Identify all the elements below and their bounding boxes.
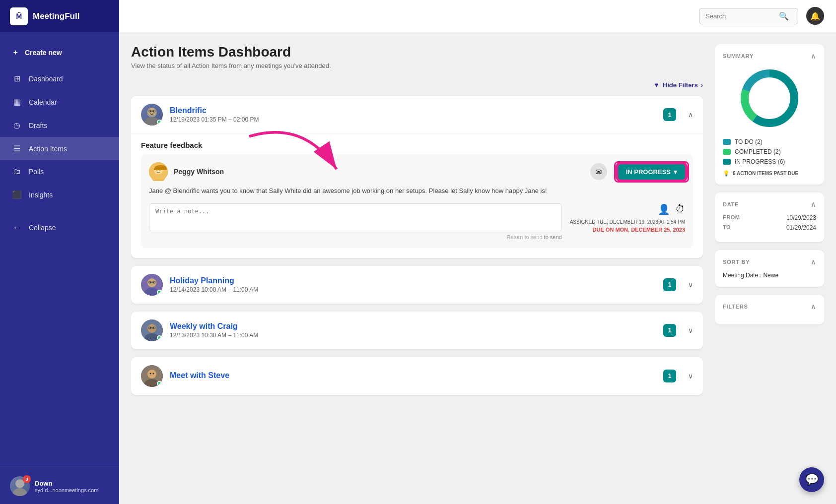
meeting-name-holiday: Holiday Planning <box>170 276 656 285</box>
dashboard-icon: ⊞ <box>12 74 22 83</box>
collapse-icon: ← <box>12 223 22 232</box>
meeting-badge-craig: 1 <box>663 324 676 337</box>
meeting-name-blendrific: Blendrific <box>170 106 656 115</box>
meeting-toggle-steve[interactable]: ∨ <box>688 372 693 380</box>
action-person-avatar-peggy <box>149 162 168 181</box>
filters-panel: FILTERS ∧ <box>715 295 824 324</box>
sidebar-item-collapse[interactable]: ← Collapse <box>0 216 119 239</box>
due-date: DUE ON MON, DECEMBER 25, 2023 <box>593 227 685 233</box>
legend-dot-todo <box>723 139 731 145</box>
filters-chevron[interactable]: ∧ <box>811 303 816 311</box>
sidebar-item-drafts[interactable]: ◷ Drafts <box>0 114 119 137</box>
plus-icon: ＋ <box>12 48 19 57</box>
meeting-body-blendrific: Feature feedback <box>131 133 703 258</box>
search-box[interactable]: 🔍 <box>699 8 798 24</box>
svg-point-5 <box>150 111 151 112</box>
sidebar-item-action-items[interactable]: ☰ Action Items <box>0 137 119 160</box>
action-item-body-peggy: Jane @ Blendrific wants you to know that… <box>149 186 685 196</box>
meeting-toggle-blendrific[interactable]: ∧ <box>688 111 693 119</box>
right-panel: SUMMARY ∧ <box>715 44 824 504</box>
email-icon[interactable]: ✉ <box>590 163 607 180</box>
past-due: 💡 6 ACTION ITEMS PAST DUE <box>723 170 816 177</box>
topbar: 🔍 🔔 <box>119 0 836 32</box>
action-meta: 👤 ⏱ ASSIGNED TUE, DECEMBER 19, 2023 AT 1… <box>570 203 685 233</box>
meeting-avatar-steve <box>141 365 163 387</box>
from-label: FROM <box>723 214 740 221</box>
sort-by-panel: SORT BY ∧ Meeting Date : Newe <box>715 250 824 287</box>
filter-icon: ▼ <box>653 81 660 89</box>
meeting-badge-steve: 1 <box>663 370 676 382</box>
user-email: syd.d...noonmeetings.com <box>35 487 98 493</box>
feed: Action Items Dashboard View the status o… <box>131 44 703 504</box>
polls-icon: 🗂 <box>12 167 22 176</box>
to-value: 01/29/2024 <box>786 224 816 231</box>
hide-filters-button[interactable]: ▼ Hide Filters › <box>653 81 703 89</box>
svg-point-18 <box>150 281 151 283</box>
meeting-header-craig[interactable]: Weekly with Craig 12/13/2023 10:30 AM – … <box>131 312 703 349</box>
section-label-blendrific: Feature feedback <box>141 134 693 154</box>
summary-chevron[interactable]: ∧ <box>811 52 816 60</box>
timer-icon[interactable]: ⏱ <box>675 203 685 215</box>
action-person-name-peggy: Peggy Whitson <box>174 168 224 176</box>
insights-icon: ⬛ <box>12 190 22 199</box>
lightbulb-icon: 💡 <box>723 170 730 177</box>
from-value: 10/29/2023 <box>786 214 816 221</box>
action-item-footer-peggy: Return to send to send 👤 ⏱ ASSIGNED TUE,… <box>149 203 685 240</box>
sidebar-item-dashboard[interactable]: ⊞ Dashboard <box>0 67 119 90</box>
meeting-header-holiday[interactable]: Holiday Planning 12/14/2023 10:00 AM – 1… <box>131 266 703 304</box>
status-button-in-progress[interactable]: IN PROGRESS ▾ <box>618 164 685 180</box>
meeting-badge-holiday: 1 <box>663 278 676 291</box>
return-to-send: Return to send to send <box>149 234 562 240</box>
meeting-info-steve: Meet with Steve <box>170 371 656 381</box>
meeting-name-craig: Weekly with Craig <box>170 322 656 331</box>
sidebar-item-calendar[interactable]: ▦ Calendar <box>0 90 119 114</box>
meeting-header-steve[interactable]: Meet with Steve 1 ∨ <box>131 357 703 395</box>
note-input[interactable] <box>149 203 562 231</box>
sort-chevron[interactable]: ∧ <box>811 258 816 266</box>
page-title: Action Items Dashboard <box>131 44 703 60</box>
meeting-badge-blendrific: 1 <box>663 108 676 121</box>
search-icon: 🔍 <box>779 11 789 21</box>
sidebar-item-polls[interactable]: 🗂 Polls <box>0 160 119 183</box>
sidebar-item-insights[interactable]: ⬛ Insights <box>0 183 119 206</box>
summary-header: SUMMARY ∧ <box>723 52 816 60</box>
action-item-peggy: Peggy Whitson ✉ IN PROGRESS ▾ <box>141 154 693 248</box>
svg-point-34 <box>150 373 151 374</box>
meeting-card-holiday: Holiday Planning 12/14/2023 10:00 AM – 1… <box>131 266 703 304</box>
meeting-header-blendrific[interactable]: Blendrific 12/19/2023 01:35 PM – 02:00 P… <box>131 96 703 133</box>
sidebar: M̈ MeetingFull ＋ Create new ⊞ Dashboard … <box>0 0 119 504</box>
meeting-avatar-holiday <box>141 274 163 296</box>
date-to-row: TO 01/29/2024 <box>723 224 816 231</box>
meeting-name-steve: Meet with Steve <box>170 371 656 380</box>
meeting-card-craig: Weekly with Craig 12/13/2023 10:30 AM – … <box>131 312 703 349</box>
notification-bell[interactable]: 🔔 <box>806 7 824 25</box>
legend-dot-in-progress <box>723 159 731 165</box>
assign-icon[interactable]: 👤 <box>658 203 670 215</box>
calendar-icon: ▦ <box>12 97 22 107</box>
app-name: MeetingFull <box>33 11 79 21</box>
chat-fab[interactable]: 💬 <box>799 467 824 492</box>
summary-panel: SUMMARY ∧ <box>715 44 824 185</box>
meeting-time-blendrific: 12/19/2023 01:35 PM – 02:00 PM <box>170 116 656 123</box>
sidebar-header: M̈ MeetingFull <box>0 0 119 32</box>
meeting-avatar-craig <box>141 319 163 341</box>
status-container: IN PROGRESS ▾ <box>618 164 685 180</box>
user-name: Down <box>35 480 98 487</box>
meeting-toggle-holiday[interactable]: ∨ <box>688 281 693 289</box>
svg-point-26 <box>150 327 151 328</box>
note-input-wrap: Return to send to send <box>149 203 562 240</box>
meeting-avatar-blendrific <box>141 104 163 126</box>
legend: TO DO (2) COMPLETED (2) IN PROGRESS (6) <box>723 138 816 165</box>
create-new-button[interactable]: ＋ Create new <box>0 38 119 67</box>
meeting-time-craig: 12/13/2023 10:30 AM – 11:00 AM <box>170 332 656 339</box>
sort-value: Meeting Date : Newe <box>723 272 816 279</box>
meeting-card-blendrific: Blendrific 12/19/2023 01:35 PM – 02:00 P… <box>131 96 703 258</box>
date-chevron[interactable]: ∧ <box>811 200 816 208</box>
notification-badge: 8 <box>23 475 31 483</box>
meeting-info-craig: Weekly with Craig 12/13/2023 10:30 AM – … <box>170 322 656 339</box>
filter-bar: ▼ Hide Filters › <box>131 81 703 89</box>
meeting-toggle-craig[interactable]: ∨ <box>688 326 693 334</box>
legend-in-progress: IN PROGRESS (6) <box>723 158 816 165</box>
assigned-date: ASSIGNED TUE, DECEMBER 19, 2023 AT 1:54 … <box>570 219 685 225</box>
search-input[interactable] <box>705 12 775 20</box>
